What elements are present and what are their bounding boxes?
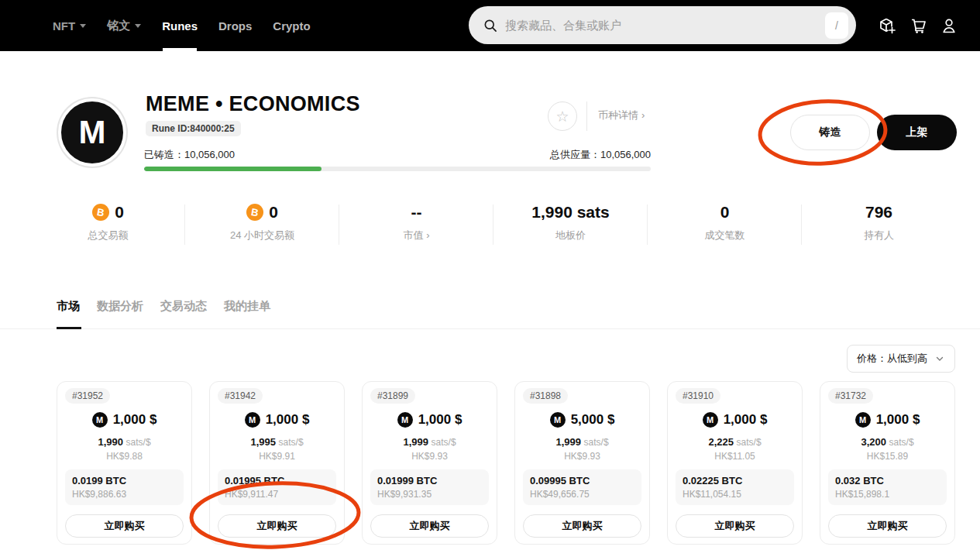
- mint-button[interactable]: 铸造: [790, 115, 870, 150]
- unit-rate-suffix: sats/$: [584, 437, 609, 448]
- sort-dropdown[interactable]: 价格：从低到高: [847, 345, 955, 373]
- stat-holders: 796 持有人: [802, 201, 956, 248]
- cart-icon[interactable]: [909, 16, 927, 35]
- listing-card[interactable]: #31732 M 1,000 $ 3,200 sats/$ HK$15.89 0…: [820, 381, 955, 545]
- nav-item-drops[interactable]: Drops: [218, 0, 252, 51]
- tab-analytics[interactable]: 数据分析: [97, 299, 143, 329]
- total-price-box: 0.032 BTC HK$15,898.1: [828, 469, 947, 505]
- unit-rate-hkd: HK$9.93: [523, 451, 641, 462]
- total-price-box: 0.02225 BTC HK$11,054.15: [676, 469, 794, 505]
- meme-coin-icon: M: [703, 412, 718, 428]
- total-price-btc: 0.032 BTC: [835, 475, 940, 486]
- listing-amount: 1,000 $: [724, 412, 768, 428]
- minted-value: 10,056,000: [184, 149, 235, 160]
- stats-row: B 0 总交易额 B 0 24 小时交易额 -- 市值 ›: [31, 201, 956, 248]
- stat-market-cap: -- 市值 ›: [339, 201, 493, 248]
- listing-card[interactable]: #31910 M 1,000 $ 2,225 sats/$ HK$11.05 0…: [667, 381, 803, 545]
- tab-market[interactable]: 市场: [57, 299, 80, 329]
- meme-coin-icon: M: [92, 412, 108, 428]
- meme-coin-icon: M: [397, 412, 413, 428]
- unit-rate-suffix: sats/$: [737, 437, 762, 448]
- search-bar[interactable]: /: [469, 6, 856, 44]
- stat-value: 0: [115, 203, 124, 222]
- stat-label: 成交笔数: [705, 229, 745, 242]
- header-actions: [878, 0, 958, 51]
- listing-amount: 1,000 $: [876, 412, 920, 428]
- search-shortcut-key: /: [825, 12, 848, 39]
- star-icon: ☆: [555, 108, 569, 125]
- stat-label: 24 小时交易额: [230, 229, 294, 242]
- favorite-star-button[interactable]: ☆: [548, 101, 577, 131]
- nav-item-runes[interactable]: Runes: [162, 0, 198, 51]
- listing-grid: #31952 M 1,000 $ 1,990 sats/$ HK$9.88 0.…: [57, 381, 955, 545]
- total-price-box: 0.0199 BTC HK$9,886.63: [65, 469, 184, 505]
- total-price-hkd: HK$9,911.47: [225, 489, 329, 500]
- stat-value: 796: [865, 203, 892, 222]
- nav-label: Drops: [218, 19, 252, 33]
- listing-card[interactable]: #31899 M 1,000 $ 1,999 sats/$ HK$9.93 0.…: [362, 381, 497, 545]
- unit-rate-hkd: HK$9.93: [370, 451, 489, 462]
- minted-text: 已铸造：10,056,000: [144, 148, 235, 162]
- stat-label: 地板价: [555, 229, 586, 242]
- chevron-right-icon: ›: [426, 229, 429, 241]
- create-cube-icon[interactable]: [878, 16, 896, 35]
- minted-label: 已铸造：: [144, 149, 184, 160]
- unit-rate: 3,200: [861, 436, 886, 448]
- listing-amount: 1,000 $: [418, 412, 462, 428]
- unit-rate: 1,990: [98, 436, 123, 448]
- nav-item-inscriptions[interactable]: 铭文: [107, 0, 141, 51]
- list-button[interactable]: 上架: [877, 115, 957, 150]
- listing-id-badge: #31732: [828, 388, 873, 404]
- total-price-btc: 0.01999 BTC: [377, 475, 482, 486]
- top-navbar: NFT 铭文 Runes Drops Crypto /: [0, 0, 980, 51]
- listing-amount: 5,000 $: [571, 412, 615, 428]
- unit-rate: 1,995: [250, 436, 276, 448]
- coin-details-link[interactable]: 币种详情›: [598, 108, 645, 122]
- buy-now-button[interactable]: 立即购买: [370, 514, 489, 538]
- listing-amount: 1,000 $: [266, 412, 310, 428]
- stat-label: 总交易额: [88, 229, 129, 242]
- account-icon[interactable]: [940, 16, 958, 35]
- mint-progress-fill: [144, 167, 322, 171]
- coin-details-label: 币种详情: [598, 109, 638, 121]
- total-price-hkd: HK$49,656.75: [530, 489, 634, 500]
- buy-now-button[interactable]: 立即购买: [828, 514, 947, 538]
- tab-bar: 市场 数据分析 交易动态 我的挂单: [57, 299, 270, 329]
- total-price-box: 0.01999 BTC HK$9,931.35: [370, 469, 489, 505]
- unit-rate-hkd: HK$9.88: [65, 451, 184, 462]
- nav-label: 铭文: [107, 19, 130, 33]
- buy-now-button[interactable]: 立即购买: [65, 514, 184, 538]
- stat-value: 0: [720, 203, 730, 222]
- tab-activity[interactable]: 交易动态: [160, 299, 207, 329]
- stat-24h-volume: B 0 24 小时交易额: [185, 201, 339, 248]
- total-price-hkd: HK$11,054.15: [683, 489, 787, 500]
- listing-card[interactable]: #31942 M 1,000 $ 1,995 sats/$ HK$9.91 0.…: [209, 381, 345, 545]
- unit-rate-suffix: sats/$: [279, 437, 304, 448]
- search-icon: [483, 18, 498, 33]
- total-price-btc: 0.02225 BTC: [683, 475, 787, 486]
- caret-down-icon: [135, 24, 141, 28]
- stat-value: 1,990 sats: [531, 203, 609, 222]
- tab-my-listings[interactable]: 我的挂单: [224, 299, 270, 329]
- total-price-btc: 0.01995 BTC: [225, 475, 329, 486]
- total-price-btc: 0.0199 BTC: [72, 475, 177, 486]
- unit-rate: 1,999: [555, 436, 581, 448]
- market-cap-link[interactable]: 市值 ›: [404, 229, 430, 242]
- total-price-btc: 0.09995 BTC: [530, 475, 634, 486]
- stat-total-volume: B 0 总交易额: [31, 201, 185, 248]
- buy-now-button[interactable]: 立即购买: [218, 514, 336, 538]
- buy-now-button[interactable]: 立即购买: [523, 514, 641, 538]
- caret-down-icon: [80, 24, 86, 28]
- listing-amount: 1,000 $: [113, 412, 157, 428]
- supply-label: 总供应量：: [550, 149, 600, 160]
- nav-item-nft[interactable]: NFT: [53, 0, 86, 51]
- unit-rate: 2,225: [708, 436, 734, 448]
- unit-rate-suffix: sats/$: [889, 437, 914, 448]
- listing-card[interactable]: #31898 M 5,000 $ 1,999 sats/$ HK$9.93 0.…: [514, 381, 650, 545]
- listing-card[interactable]: #31952 M 1,000 $ 1,990 sats/$ HK$9.88 0.…: [57, 381, 192, 545]
- meme-coin-icon: M: [855, 412, 871, 428]
- unit-rate: 1,999: [403, 436, 428, 448]
- search-input[interactable]: [505, 19, 825, 32]
- nav-item-crypto[interactable]: Crypto: [273, 0, 310, 51]
- buy-now-button[interactable]: 立即购买: [676, 514, 794, 538]
